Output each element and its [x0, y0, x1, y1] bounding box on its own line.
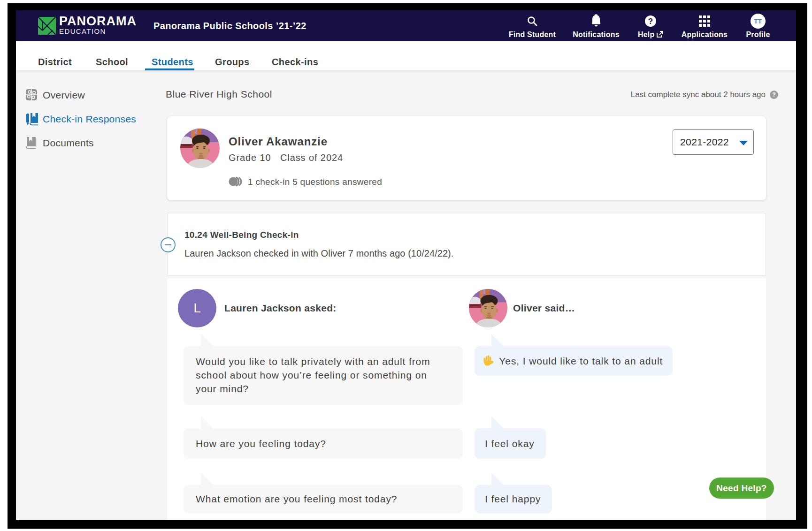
- svg-text:TT: TT: [754, 18, 762, 25]
- svg-text:?: ?: [648, 17, 653, 26]
